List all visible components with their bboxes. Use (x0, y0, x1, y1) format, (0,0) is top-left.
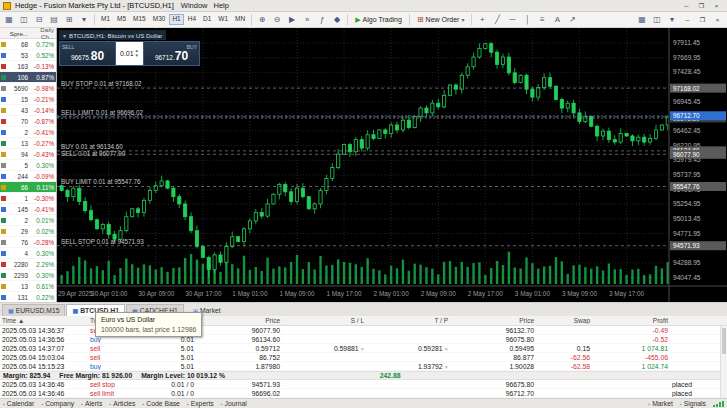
profiles-icon[interactable]: ▾ (77, 13, 91, 26)
market-watch-row[interactable]: 290.02% (0, 226, 56, 237)
market-watch-row[interactable]: 145-0.41% (0, 204, 56, 215)
maximize-button[interactable]: ❐ (694, 1, 709, 11)
sell-button[interactable]: SELL 96675. 80 (59, 41, 116, 66)
indicators-icon[interactable]: ƒ (315, 13, 329, 26)
market-watch-row[interactable]: 94-0.43% (0, 149, 56, 160)
status-market[interactable]: ▪Market (648, 400, 673, 407)
market-watch-icon[interactable]: ▦ (2, 13, 16, 26)
close-button[interactable]: × (709, 1, 724, 11)
market-watch-row[interactable]: 163-0.13% (0, 61, 56, 72)
crosshair-icon[interactable]: + (475, 13, 489, 26)
market-watch-row[interactable]: 680.72% (0, 39, 56, 50)
remove-tp-icon[interactable]: × (444, 346, 448, 352)
new-order-button[interactable]: ⊞ New Order ▾ (413, 13, 469, 26)
pending-order-row[interactable]: 2025.05.03 14:36:46sell limit0.01 / 0966… (0, 389, 727, 398)
horizontal-line-icon[interactable]: ─ (505, 13, 519, 26)
market-watch-row[interactable]: 20.01% (0, 215, 56, 226)
timeframe-m1[interactable]: M1 (98, 14, 113, 25)
timeframe-m5[interactable]: M5 (114, 14, 129, 25)
market-watch-row[interactable]: 660.11% (0, 182, 56, 193)
timeframe-h1[interactable]: H1 (169, 14, 183, 25)
data-window-icon[interactable]: ◫ (17, 13, 31, 26)
daily-change-column-header[interactable]: Daily Ch... (28, 28, 56, 40)
toolbox-icon[interactable]: ▤ (47, 13, 61, 26)
objects-icon[interactable]: ◆ (330, 13, 344, 26)
child-minimize-button[interactable]: ─ (680, 15, 695, 25)
market-watch-row[interactable]: 1060.87% (0, 72, 56, 83)
market-watch-row[interactable]: 70-0.87% (0, 116, 56, 127)
column-header-profit[interactable]: Profit (592, 317, 670, 324)
market-watch-row[interactable]: 2-0.41% (0, 127, 56, 138)
text-label-icon[interactable]: A (550, 13, 564, 26)
remove-tp-icon[interactable]: × (444, 364, 448, 370)
column-header-s-l[interactable]: S / L (282, 317, 366, 324)
child-restore-button[interactable]: ❐ (695, 15, 710, 25)
timeframe-mn[interactable]: MN (232, 14, 248, 25)
market-watch-row[interactable]: 1310.22% (0, 292, 56, 302)
timeframe-w1[interactable]: W1 (215, 14, 231, 25)
scrollbar-thumb[interactable] (722, 328, 726, 354)
column-header-time[interactable]: Time ▲ (0, 317, 88, 324)
menu-help[interactable]: Help (211, 1, 232, 10)
market-watch-row[interactable]: 530.52% (0, 50, 56, 61)
toolbar-more-icon[interactable]: ▾ (665, 13, 679, 26)
navigator-icon[interactable]: ⊟ (32, 13, 46, 26)
toolbox-tab-experts[interactable]: ▪Experts (187, 400, 214, 407)
market-watch-row[interactable]: 1-0.30% (0, 193, 56, 204)
position-row[interactable]: 2025.05.03 14:37:07sell5.010.597120.5988… (0, 344, 727, 353)
market-watch-row[interactable]: 5690-0.98% (0, 83, 56, 94)
market-watch-row[interactable]: 22802.29% (0, 259, 56, 270)
fibonacci-icon[interactable]: ≡ (535, 13, 549, 26)
pending-order-row[interactable]: 2025.05.03 14:36:46sell stop0.01 / 09457… (0, 380, 727, 389)
vertical-line-icon[interactable]: │ (520, 13, 534, 26)
volume-stepper[interactable]: 0.01 ▲▼ (116, 41, 143, 66)
price-chart[interactable]: BUY STOP 0.01 at 97168.02SELL LIMIT 0.01… (57, 28, 727, 302)
market-watch-row[interactable]: 50.30% (0, 160, 56, 171)
column-header-price[interactable]: Price (196, 317, 282, 324)
new-chart-icon[interactable]: ⊞ (62, 13, 76, 26)
status-signals[interactable]: ▪Signals (680, 400, 706, 407)
cascade-windows-icon[interactable]: ◫ (650, 13, 664, 26)
position-row[interactable]: 2025.05.04 15:03:04sell5.0186.75286.877-… (0, 353, 727, 362)
chart-tab-eurusd-m15[interactable]: ▦EURUSD,M15 (2, 304, 65, 316)
tile-windows-icon[interactable]: ▦ (635, 13, 649, 26)
market-watch-row[interactable]: 15-0.21% (0, 94, 56, 105)
timeframe-m15[interactable]: M15 (130, 14, 149, 25)
arrow-object-icon[interactable]: ↗ (565, 13, 579, 26)
timeframe-d1[interactable]: D1 (200, 14, 214, 25)
market-watch-row[interactable]: 43-0.14% (0, 105, 56, 116)
market-watch-row[interactable]: 76-0.28% (0, 237, 56, 248)
spread-column-header[interactable]: Spre... (7, 30, 28, 37)
toolbox-scrollbar[interactable] (720, 326, 727, 398)
timeframe-m30[interactable]: M30 (150, 14, 169, 25)
market-watch-row[interactable]: 130.61% (0, 281, 56, 292)
market-watch-row[interactable]: 244-0.09% (0, 171, 56, 182)
buy-button[interactable]: BUY 96712. 70 (143, 41, 200, 66)
auto-scroll-icon[interactable]: ▶ (285, 13, 299, 26)
market-watch-row[interactable]: 22930.30% (0, 270, 56, 281)
volume-spinner-icons[interactable]: ▲▼ (135, 49, 139, 58)
menu-window[interactable]: Window (178, 1, 211, 10)
market-watch-row[interactable]: 13-0.27% (0, 138, 56, 149)
chart-panel[interactable]: BUY STOP 0.01 at 97168.02SELL LIMIT 0.01… (57, 28, 727, 302)
toolbox-tab-articles[interactable]: ▪Articles (109, 400, 135, 407)
minimize-button[interactable]: ─ (679, 1, 694, 11)
zoom-out-icon[interactable]: ⊖ (270, 13, 284, 26)
toolbox-tab-journal[interactable]: ▪Journal (221, 400, 247, 407)
column-header-price[interactable]: Price (450, 317, 536, 324)
timeframe-h4[interactable]: H4 (185, 14, 199, 25)
column-header-t-p[interactable]: T / P (366, 317, 450, 324)
column-header-swap[interactable]: Swap (536, 317, 592, 324)
position-row[interactable]: 2025.05.04 15:15:23buy5.011.879801.93792… (0, 362, 727, 371)
toolbox-tab-alerts[interactable]: ▪Alerts (81, 400, 102, 407)
child-close-button[interactable]: × (710, 15, 725, 25)
trendline-icon[interactable]: ╱ (490, 13, 504, 26)
remove-sl-icon[interactable]: × (360, 346, 364, 352)
algo-trading-button[interactable]: ▶ Algo Trading (351, 13, 406, 26)
toolbox-tab-code-base[interactable]: ▪Code Base (142, 400, 179, 407)
zoom-in-icon[interactable]: ⊕ (255, 13, 269, 26)
market-watch-header[interactable]: Spre... Daily Ch... (0, 28, 56, 39)
toolbox-tab-company[interactable]: ▪Company (41, 400, 74, 407)
market-watch-row[interactable]: 40.30% (0, 248, 56, 259)
toolbox-tab-calendar[interactable]: ▪Calendar (3, 400, 34, 407)
